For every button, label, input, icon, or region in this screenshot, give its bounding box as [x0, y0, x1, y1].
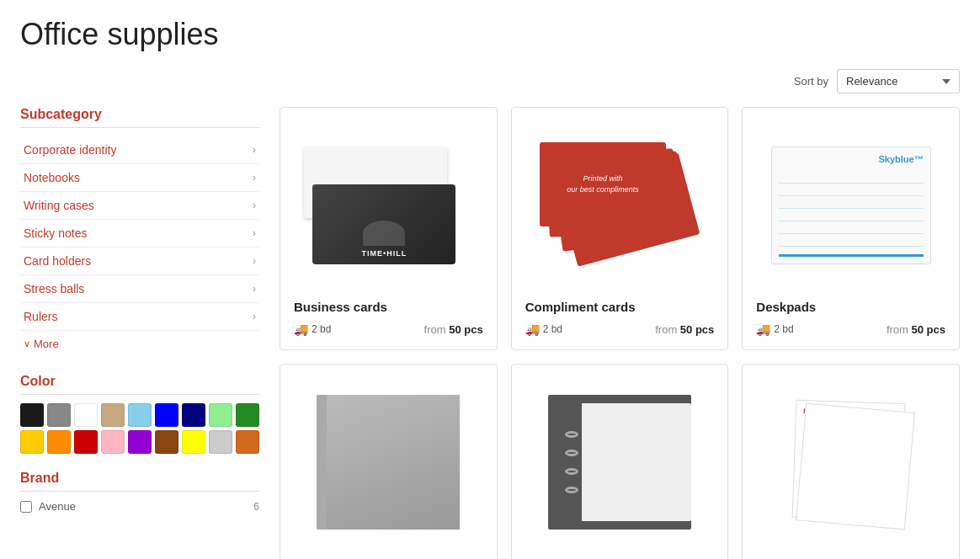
chevron-down-icon: ∨	[24, 338, 30, 349]
chevron-right-icon: ›	[253, 172, 256, 184]
brand-checkbox-avenue[interactable]	[20, 501, 32, 513]
delivery-text: 2 bd	[312, 323, 331, 335]
sidebar-item-label: Sticky notes	[24, 226, 87, 240]
product-image-notebooks	[294, 378, 483, 546]
product-card-ring-binders[interactable]: Ring binders 🚚 2 bd from 50 pcs	[511, 364, 729, 559]
more-button[interactable]: ∨ More	[20, 331, 259, 357]
brand-label-avenue: Avenue	[39, 500, 76, 513]
color-swatch-green[interactable]	[236, 403, 259, 427]
sort-label: Sort by	[794, 75, 828, 88]
color-swatch-red[interactable]	[74, 430, 98, 454]
color-swatch-lightgreen[interactable]	[209, 403, 232, 427]
color-title: Color	[20, 374, 259, 395]
delivery-text: 2 bd	[543, 323, 562, 335]
chevron-right-icon: ›	[253, 255, 256, 267]
delivery-text: 2 bd	[774, 323, 793, 335]
product-card-deskpads[interactable]: Skyblue™ Deskpads 🚚 2 bd from 50 pcs	[742, 107, 960, 350]
color-swatch-purple[interactable]	[128, 430, 152, 454]
product-card-letterheads[interactable]: Printlogo Printlogo	[742, 364, 960, 559]
product-name: Compliment cards	[525, 300, 636, 314]
sidebar-item-rulers[interactable]: Rulers ›	[20, 303, 259, 331]
sidebar-item-notebooks[interactable]: Notebooks ›	[20, 164, 259, 192]
product-meta: 🚚 2 bd from 50 pcs	[525, 322, 715, 336]
color-swatch-blue[interactable]	[155, 403, 178, 427]
product-card-compliment-cards[interactable]: Printed withour best compliments Complim…	[511, 107, 729, 350]
product-meta: 🚚 2 bd from 50 pcs	[756, 322, 945, 336]
delivery-info: 🚚 2 bd	[756, 322, 793, 336]
price-info: from 50 pcs	[424, 323, 483, 336]
delivery-info: 🚚 2 bd	[294, 322, 331, 336]
chevron-right-icon: ›	[253, 227, 256, 239]
price-info: from 50 pcs	[887, 323, 945, 336]
sort-bar: Sort by Relevance Price: Low to High Pri…	[20, 69, 960, 93]
sidebar-item-sticky-notes[interactable]: Sticky notes ›	[20, 220, 259, 248]
color-swatch-orange[interactable]	[47, 430, 71, 454]
product-image-business-cards: TIME•HILL	[294, 121, 483, 290]
chevron-right-icon: ›	[253, 144, 256, 156]
products-grid: TIME•HILL Business cards 🚚 2 bd from 50 …	[280, 107, 960, 559]
truck-icon: 🚚	[294, 322, 308, 336]
sidebar-item-label: Writing cases	[24, 199, 94, 212]
sidebar-item-label: Notebooks	[24, 171, 80, 184]
product-image-compliment-cards: Printed withour best compliments	[525, 121, 715, 290]
color-swatch-yellow[interactable]	[182, 430, 205, 454]
sidebar-item-label: Corporate identity	[24, 143, 117, 157]
subcategory-title: Subcategory	[20, 107, 259, 128]
color-swatch-gray[interactable]	[47, 403, 71, 427]
color-swatch-brown[interactable]	[155, 430, 178, 454]
more-label: More	[34, 338, 59, 350]
product-meta: 🚚 2 bd from 50 pcs	[294, 322, 483, 336]
product-card-notebooks[interactable]: Notebooks 🚚 2 bd from 50 pcs	[280, 364, 498, 559]
sort-select[interactable]: Relevance Price: Low to High Price: High…	[837, 69, 960, 93]
color-swatch-black[interactable]	[20, 403, 44, 427]
sidebar-item-card-holders[interactable]: Card holders ›	[20, 248, 259, 275]
color-swatch-sienna[interactable]	[236, 430, 259, 454]
truck-icon: 🚚	[756, 322, 770, 336]
sidebar-item-corporate-identity[interactable]: Corporate identity ›	[20, 136, 259, 164]
color-grid	[20, 403, 259, 454]
color-swatch-white[interactable]	[74, 403, 98, 427]
product-name: Deskpads	[756, 300, 816, 314]
chevron-right-icon: ›	[253, 311, 256, 322]
sidebar-item-label: Card holders	[24, 254, 91, 268]
product-image-ring-binders	[525, 378, 715, 546]
chevron-right-icon: ›	[253, 200, 256, 211]
color-swatch-tan[interactable]	[101, 403, 125, 427]
main-content: Subcategory Corporate identity › Noteboo…	[20, 107, 960, 559]
price-qty: 50 pcs	[449, 323, 482, 336]
color-section: Color	[20, 374, 259, 454]
brand-item-avenue: Avenue 6	[20, 500, 259, 513]
color-swatch-gold[interactable]	[20, 430, 44, 454]
truck-icon: 🚚	[525, 322, 540, 336]
sidebar-item-label: Rulers	[24, 310, 57, 323]
price-qty: 50 pcs	[912, 323, 945, 336]
color-swatch-lightblue[interactable]	[128, 403, 152, 427]
sidebar-item-label: Stress balls	[24, 282, 84, 295]
chevron-right-icon: ›	[253, 283, 256, 295]
price-qty: 50 pcs	[680, 323, 714, 336]
product-image-letterheads: Printlogo Printlogo	[756, 378, 945, 546]
brand-title: Brand	[20, 471, 259, 492]
delivery-info: 🚚 2 bd	[525, 322, 562, 336]
products-area: TIME•HILL Business cards 🚚 2 bd from 50 …	[280, 107, 960, 559]
color-swatch-pink[interactable]	[101, 430, 125, 454]
product-name: Business cards	[294, 300, 387, 314]
color-swatch-lightgray[interactable]	[209, 430, 232, 454]
brand-count-avenue: 6	[253, 501, 259, 513]
sidebar: Subcategory Corporate identity › Noteboo…	[20, 107, 259, 559]
product-image-deskpads: Skyblue™	[756, 121, 945, 290]
product-card-business-cards[interactable]: TIME•HILL Business cards 🚚 2 bd from 50 …	[280, 107, 498, 350]
sidebar-item-stress-balls[interactable]: Stress balls ›	[20, 275, 259, 303]
page-title: Office supplies	[20, 17, 960, 52]
color-swatch-navy[interactable]	[182, 403, 205, 427]
brand-section: Brand Avenue 6	[20, 471, 259, 513]
sidebar-item-writing-cases[interactable]: Writing cases ›	[20, 192, 259, 220]
price-info: from 50 pcs	[655, 323, 714, 336]
